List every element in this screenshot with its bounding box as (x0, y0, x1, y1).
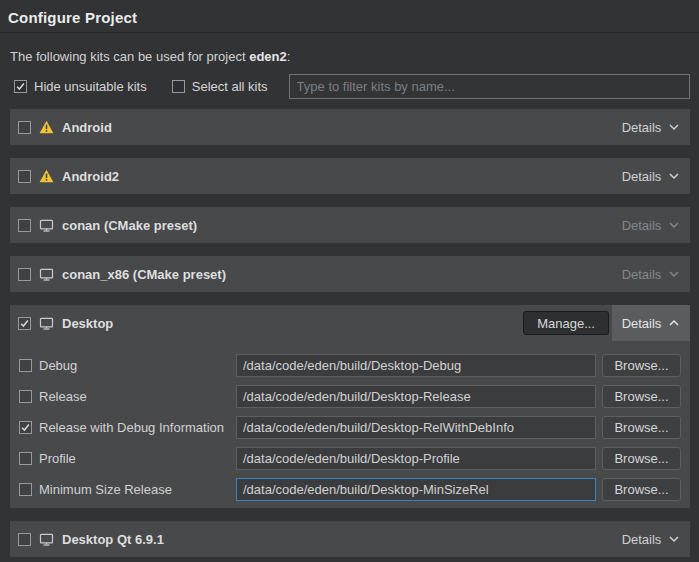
kit-details-body: DebugBrowse...ReleaseBrowse...Release wi… (10, 341, 690, 508)
browse-button[interactable]: Browse... (602, 354, 681, 377)
build-config-label: Release with Debug Information (39, 420, 236, 435)
kit-header-5[interactable]: Desktop Qt 6.9.1Details (10, 521, 690, 557)
checkbox-icon (18, 533, 31, 546)
desktop-icon (39, 316, 54, 331)
chevron-down-icon (668, 172, 680, 180)
details-button[interactable]: Details (612, 207, 690, 243)
browse-button[interactable]: Browse... (602, 478, 681, 501)
kit-name: Desktop Qt 6.9.1 (62, 532, 164, 547)
build-config-label: Minimum Size Release (39, 482, 236, 497)
checkbox-icon (18, 268, 31, 281)
details-label: Details (622, 532, 662, 547)
build-config-checkbox[interactable] (19, 483, 32, 496)
checkbox-icon (18, 170, 31, 183)
details-button[interactable]: Details (612, 109, 690, 145)
kit-header-3[interactable]: conan_x86 (CMake preset)Details (10, 256, 690, 292)
details-label: Details (622, 218, 662, 233)
kit-row: Android2Details (10, 158, 690, 194)
title-divider (0, 32, 699, 33)
checkbox-icon (14, 80, 27, 93)
details-label: Details (622, 169, 662, 184)
hide-unsuitable-kits-checkbox[interactable]: Hide unsuitable kits (14, 79, 147, 94)
page-title: Configure Project (0, 0, 699, 32)
build-config-row: ProfileBrowse... (19, 447, 682, 470)
build-dir-input[interactable] (236, 385, 596, 408)
details-button[interactable]: Details (612, 256, 690, 292)
build-dir-input[interactable] (236, 447, 596, 470)
build-dir-input[interactable] (236, 416, 596, 439)
chevron-down-icon (668, 221, 680, 229)
checkbox-icon (19, 452, 32, 465)
kit-name: conan (CMake preset) (62, 218, 197, 233)
warning-icon (39, 120, 54, 134)
hide-unsuitable-kits-label: Hide unsuitable kits (34, 79, 147, 94)
build-config-row: ReleaseBrowse... (19, 385, 682, 408)
select-all-kits-label: Select all kits (192, 79, 268, 94)
build-config-checkbox[interactable] (19, 452, 32, 465)
browse-button[interactable]: Browse... (602, 416, 681, 439)
details-button[interactable]: Details (612, 305, 690, 341)
kit-checkbox[interactable] (18, 121, 31, 134)
build-dir-input[interactable] (236, 478, 596, 501)
build-dir-input[interactable] (236, 354, 596, 377)
desktop-icon (39, 218, 54, 233)
kit-row: conan (CMake preset)Details (10, 207, 690, 243)
filter-row: Hide unsuitable kits Select all kits (14, 74, 690, 99)
desktop-icon (39, 267, 54, 282)
build-config-label: Release (39, 389, 236, 404)
desktop-icon (39, 532, 54, 547)
project-name: eden2 (249, 49, 287, 64)
checkbox-icon (172, 80, 185, 93)
warning-icon (39, 169, 54, 183)
kit-checkbox[interactable] (18, 219, 31, 232)
browse-button[interactable]: Browse... (602, 385, 681, 408)
checkbox-icon (18, 219, 31, 232)
checkbox-icon (18, 121, 31, 134)
checkbox-icon (18, 317, 31, 330)
intro-text: The following kits can be used for proje… (10, 49, 689, 64)
kit-name: conan_x86 (CMake preset) (62, 267, 226, 282)
intro-text-before: The following kits can be used for proje… (10, 49, 249, 64)
kit-checkbox[interactable] (18, 170, 31, 183)
kit-name: Desktop (62, 316, 113, 331)
kit-row: DesktopManage...DetailsDebugBrowse...Rel… (10, 305, 690, 508)
build-config-checkbox[interactable] (19, 390, 32, 403)
details-button[interactable]: Details (612, 158, 690, 194)
kit-name: Android (62, 120, 112, 135)
checkbox-icon (19, 483, 32, 496)
intro-text-after: : (287, 49, 291, 64)
build-config-label: Profile (39, 451, 236, 466)
kit-list: AndroidDetailsAndroid2Detailsconan (CMak… (10, 109, 690, 557)
build-config-checkbox[interactable] (19, 421, 32, 434)
manage-kits-button[interactable]: Manage... (523, 311, 609, 335)
build-config-checkbox[interactable] (19, 359, 32, 372)
build-config-row: Release with Debug InformationBrowse... (19, 416, 682, 439)
kit-header-0[interactable]: AndroidDetails (10, 109, 690, 145)
details-label: Details (622, 316, 662, 331)
chevron-down-icon (668, 123, 680, 131)
kit-header-4[interactable]: DesktopManage...Details (10, 305, 690, 341)
kit-filter-input[interactable] (289, 74, 690, 99)
build-config-label: Debug (39, 358, 236, 373)
kit-row: Desktop Qt 6.9.1Details (10, 521, 690, 557)
chevron-down-icon (668, 535, 680, 543)
checkbox-icon (19, 359, 32, 372)
build-config-row: Minimum Size ReleaseBrowse... (19, 478, 682, 501)
browse-button[interactable]: Browse... (602, 447, 681, 470)
chevron-up-icon (668, 319, 680, 327)
kit-checkbox[interactable] (18, 268, 31, 281)
checkbox-icon (19, 421, 32, 434)
kit-checkbox[interactable] (18, 533, 31, 546)
configure-project-panel: Configure Project The following kits can… (0, 0, 699, 562)
chevron-down-icon (668, 270, 680, 278)
kit-header-1[interactable]: Android2Details (10, 158, 690, 194)
kit-row: conan_x86 (CMake preset)Details (10, 256, 690, 292)
build-config-row: DebugBrowse... (19, 354, 682, 377)
select-all-kits-checkbox[interactable]: Select all kits (172, 79, 268, 94)
kit-checkbox[interactable] (18, 317, 31, 330)
details-button[interactable]: Details (612, 521, 690, 557)
kit-header-2[interactable]: conan (CMake preset)Details (10, 207, 690, 243)
kit-name: Android2 (62, 169, 119, 184)
details-label: Details (622, 267, 662, 282)
checkbox-icon (19, 390, 32, 403)
